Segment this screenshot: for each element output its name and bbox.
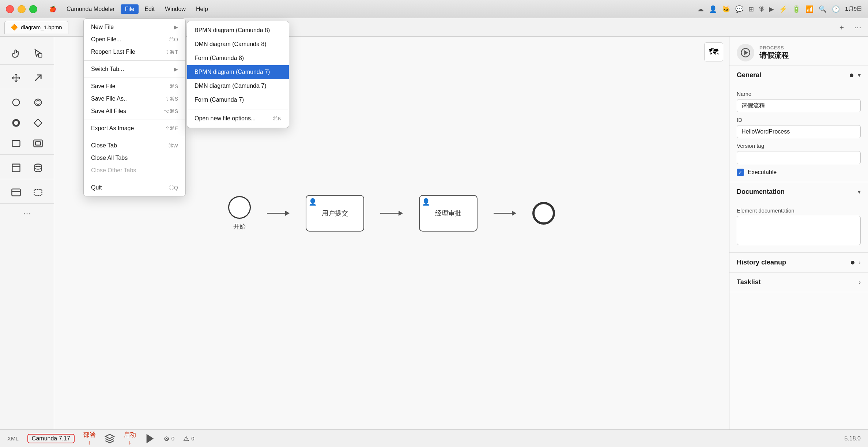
form8-item[interactable]: Form (Camunda 8) [187,51,289,65]
reopen-last-item[interactable]: Reopen Last File ⇧⌘T [84,46,185,58]
reopen-shortcut: ⇧⌘T [165,49,178,55]
close-tab-item[interactable]: Close Tab ⌘W [84,139,185,152]
new-file-submenu: BPMN diagram (Camunda 8) DMN diagram (Ca… [187,21,289,128]
save-file-as-shortcut: ⇧⌘S [165,96,178,102]
close-other-tabs-label: Close Other Tabs [91,167,136,174]
switch-tab-item[interactable]: Switch Tab... ▶ [84,63,185,75]
new-file-label: New File [91,24,114,30]
close-tab-shortcut: ⌘W [168,143,178,149]
file-dropdown-menu: New File ▶ BPMN diagram (Camunda 8) DMN … [83,18,186,196]
open-file-label: Open File... [91,36,121,43]
dropdown-overlay: New File ▶ BPMN diagram (Camunda 8) DMN … [0,0,868,447]
bpmn7-item[interactable]: BPMN diagram (Camunda 7) [187,65,289,79]
export-image-item[interactable]: Export As Image ⇧⌘E [84,122,185,135]
divider-2 [84,78,185,78]
save-file-as-item[interactable]: Save File As.. ⇧⌘S [84,93,185,105]
save-all-label: Save All Files [91,108,126,114]
save-all-files-item[interactable]: Save All Files ⌥⌘S [84,105,185,117]
open-new-file-options-item[interactable]: Open new file options... ⌘N [187,112,289,125]
dmn7-item[interactable]: DMN diagram (Camunda 7) [187,79,289,93]
save-all-shortcut: ⌥⌘S [164,108,178,114]
divider-3 [84,120,185,120]
open-file-item[interactable]: Open File... ⌘O [84,33,185,46]
close-all-tabs-label: Close All Tabs [91,155,128,161]
divider-5 [84,179,185,179]
quit-label: Quit [91,184,102,191]
reopen-label: Reopen Last File [91,49,135,55]
divider-1 [84,60,185,61]
submenu-divider [187,109,289,109]
export-label: Export As Image [91,125,134,132]
close-all-tabs-item[interactable]: Close All Tabs [84,152,185,164]
close-tab-label: Close Tab [91,142,117,149]
quit-shortcut: ⌘Q [169,185,178,191]
open-file-shortcut: ⌘O [169,37,178,42]
new-file-submenu-arrow: ▶ [174,24,178,30]
export-shortcut: ⇧⌘E [165,125,178,131]
form7-item[interactable]: Form (Camunda 7) [187,93,289,107]
save-file-label: Save File [91,83,116,90]
switch-tab-arrow: ▶ [174,66,178,72]
quit-item[interactable]: Quit ⌘Q [84,181,185,194]
divider-4 [84,137,185,137]
save-file-shortcut: ⌘S [170,83,178,89]
bpmn8-item[interactable]: BPMN diagram (Camunda 8) [187,23,289,37]
switch-tab-label: Switch Tab... [91,66,124,72]
dmn8-item[interactable]: DMN diagram (Camunda 8) [187,37,289,51]
new-file-menu-item[interactable]: New File ▶ BPMN diagram (Camunda 8) DMN … [84,21,185,33]
close-other-tabs-item[interactable]: Close Other Tabs [84,164,185,177]
save-file-as-label: Save File As.. [91,95,127,102]
save-file-item[interactable]: Save File ⌘S [84,80,185,93]
